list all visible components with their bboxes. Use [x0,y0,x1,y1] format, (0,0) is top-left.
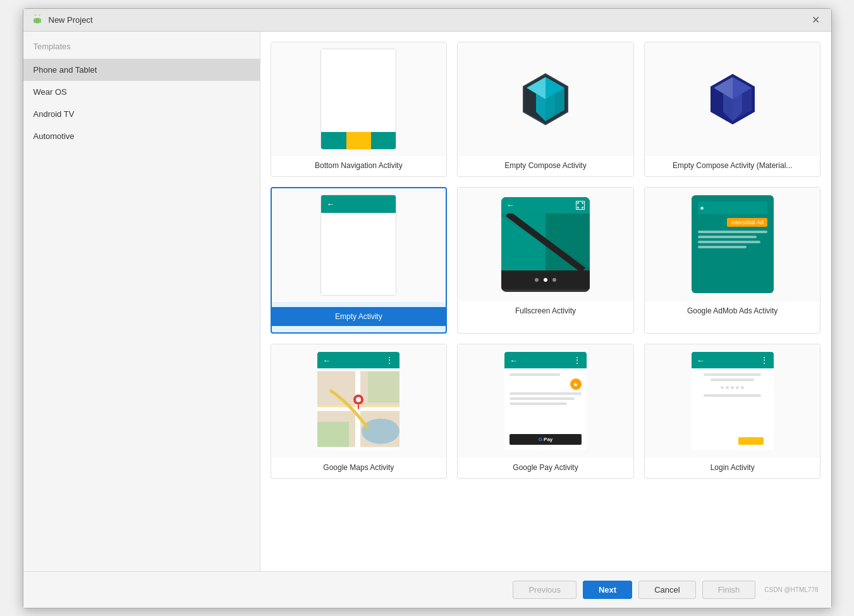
thumb-compose-material [701,68,764,131]
template-thumbnail-empty-activity: ← [272,188,446,302]
login-back-icon: ← [697,356,705,365]
template-thumbnail-login: ← ⋮ [645,344,820,458]
sidebar-item-phone-and-tablet[interactable]: Phone and Tablet [23,59,260,81]
sidebar-section-label: Templates [23,37,260,59]
template-name-bottom-nav: Bottom Navigation Activity [312,156,405,170]
svg-point-2 [37,16,39,18]
svg-point-23 [356,397,361,402]
maps-back-icon: ← [322,356,331,365]
template-name-fullscreen: Fullscreen Activity [513,301,578,315]
template-thumbnail-fullscreen: ← [458,188,633,301]
template-card-bottom-navigation[interactable]: Bottom Navigation Activity [271,42,448,177]
template-card-maps[interactable]: ← ⋮ [271,344,448,479]
template-card-admob[interactable]: Interstitial Ad Google AdMob Ads Activit… [644,187,821,334]
template-name-login: Login Activity [708,458,757,472]
thumb-gpay: ← ⋮ ★ G Pay [504,352,587,450]
sidebar-item-automotive[interactable]: Automotive [23,125,260,147]
template-card-empty-compose-material[interactable]: Empty Compose Activity (Material... [644,42,821,177]
footer: Previous Next Cancel Finish CSDN @HTML77… [23,571,831,608]
sidebar-item-label-phone: Phone and Tablet [34,65,97,75]
sidebar-item-android-tv[interactable]: Android TV [23,103,260,125]
thumb-bottom-nav [320,49,396,150]
interstitial-ad-label: Interstitial Ad [727,218,767,227]
cancel-button[interactable]: Cancel [638,581,695,599]
sidebar: Templates Phone and Tablet Wear OS Andro… [23,32,260,571]
template-thumbnail-bottom-nav [271,42,447,156]
watermark: CSDN @HTML778 [764,586,818,593]
template-thumbnail-admob: Interstitial Ad [645,188,820,301]
toolbar-arrow-icon: ← [326,199,335,209]
new-project-window: New Project ✕ Templates Phone and Tablet… [23,8,832,608]
fullscreen-back-icon: ← [506,200,515,210]
svg-rect-0 [35,18,39,23]
previous-button[interactable]: Previous [513,581,576,599]
maps-dots-icon: ⋮ [385,355,394,365]
fullscreen-diagonal-svg [501,214,590,270]
title-bar-left: New Project [31,13,93,26]
sidebar-item-label-wear: Wear OS [34,87,67,97]
android-icon [31,13,44,26]
thumb-empty-activity: ← [320,195,396,296]
thumb-maps: ← ⋮ [317,352,400,450]
template-card-empty-activity[interactable]: ← Empty Activity [271,187,448,334]
template-thumbnail-maps: ← ⋮ [271,344,447,458]
template-name-empty-activity: Empty Activity [272,307,446,326]
thumb-fullscreen: ← [501,197,590,292]
nav-dot-1 [535,278,539,282]
compose-icon [517,71,574,128]
thumb-compose [514,68,577,131]
title-bar: New Project ✕ [23,9,831,32]
template-thumbnail-gpay: ← ⋮ ★ G Pay [458,344,633,458]
template-card-empty-compose[interactable]: Empty Compose Activity [457,42,634,177]
gpay-dots-icon: ⋮ [573,355,582,365]
template-thumbnail-empty-compose [458,42,633,156]
sidebar-item-wear-os[interactable]: Wear OS [23,81,260,103]
svg-point-1 [35,16,37,18]
templates-grid-container: Bottom Navigation Activity [260,32,831,571]
window-title: New Project [49,15,93,25]
finish-button[interactable]: Finish [702,581,756,599]
template-card-fullscreen[interactable]: ← [457,187,634,334]
template-name-gpay: Google Pay Activity [510,458,580,472]
templates-grid: Bottom Navigation Activity [271,42,821,489]
content-area: Templates Phone and Tablet Wear OS Andro… [23,32,831,571]
sidebar-item-label-tv: Android TV [34,109,75,119]
thumb-admob: Interstitial Ad [692,195,774,293]
gpay-button: G Pay [509,434,582,445]
svg-rect-20 [368,371,400,403]
template-card-login[interactable]: ← ⋮ [644,344,821,479]
nav-dot-3 [552,278,556,282]
fullscreen-expand-icon [576,201,585,210]
template-name-admob: Google AdMob Ads Activity [685,301,780,315]
close-button[interactable]: ✕ [808,13,824,27]
template-name-maps: Google Maps Activity [320,458,396,472]
thumb-login: ← ⋮ [692,352,774,450]
maps-svg [317,368,400,450]
svg-point-21 [362,419,400,444]
template-name-compose-material: Empty Compose Activity (Material... [670,156,795,170]
template-card-gpay[interactable]: ← ⋮ ★ G Pay [457,344,634,479]
sidebar-item-label-auto: Automotive [34,131,75,141]
login-dots-icon: ⋮ [760,355,769,365]
compose-material-icon [704,71,761,128]
nav-dot-2 [544,278,547,282]
template-thumbnail-compose-material [645,42,820,156]
gpay-star-icon: ★ [570,378,582,390]
next-button[interactable]: Next [583,581,632,599]
login-button-thumb [738,437,764,445]
svg-rect-19 [317,422,349,447]
template-name-empty-compose: Empty Compose Activity [502,156,589,170]
gpay-back-icon: ← [509,356,518,365]
